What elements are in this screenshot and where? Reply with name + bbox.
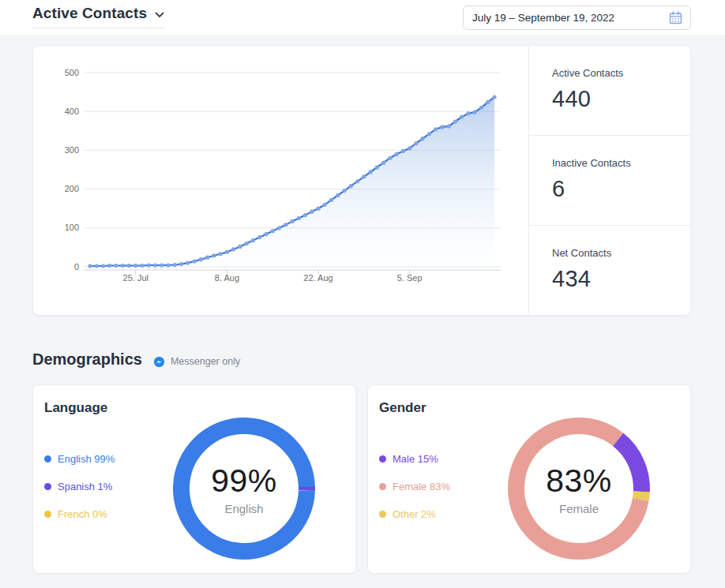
legend-item-other: Other 2% <box>379 508 450 519</box>
stat-value: 434 <box>552 266 682 292</box>
language-card-title: Language <box>44 400 107 416</box>
legend-label: English 99% <box>58 453 115 465</box>
stat-label: Net Contacts <box>552 247 682 259</box>
date-range-value: July 19 – September 19, 2022 <box>472 12 614 24</box>
stat-label: Inactive Contacts <box>552 157 682 169</box>
active-contacts-line-chart: 010020030040050025. Jul8. Aug22. Aug5. S… <box>33 46 528 316</box>
legend-dot <box>379 483 386 490</box>
legend-dot <box>44 511 51 518</box>
legend-dot <box>44 483 51 490</box>
x-axis-label: 5. Sep <box>397 273 423 283</box>
demographics-header: Demographics Messenger only <box>32 350 240 369</box>
demographics-title: Demographics <box>32 350 142 369</box>
legend-label: Spanish 1% <box>58 481 112 492</box>
legend-dot <box>379 455 386 463</box>
legend-label: Male 15% <box>393 453 438 465</box>
y-axis-label: 100 <box>65 223 79 232</box>
legend-item-french: French 0% <box>44 508 115 519</box>
page-title: Active Contacts <box>32 5 147 22</box>
calendar-icon[interactable] <box>668 10 683 25</box>
stat-value: 6 <box>552 176 682 202</box>
legend-label: Female 83% <box>393 481 450 492</box>
legend-dot <box>44 455 51 463</box>
legend-label: French 0% <box>58 508 107 520</box>
donut-segment-male <box>507 417 651 560</box>
demographics-cards: Language English 99% Spanish 1% French 0… <box>32 384 691 574</box>
messenger-icon <box>153 356 165 368</box>
stat-label: Active Contacts <box>552 67 682 79</box>
donut-segment-female <box>507 417 651 560</box>
stats-panel: Active Contacts 440 Inactive Contacts 6 … <box>528 46 690 315</box>
stat-active-contacts: Active Contacts 440 <box>529 46 690 135</box>
x-axis-label: 25. Jul <box>123 273 148 283</box>
gender-card: Gender Male 15% Female 83% Other 2% <box>367 384 691 574</box>
chevron-down-icon <box>155 12 164 18</box>
gender-donut-svg <box>507 417 651 560</box>
gender-legend: Male 15% Female 83% Other 2% <box>379 453 450 536</box>
language-donut-svg <box>172 417 316 560</box>
y-axis-label: 500 <box>65 68 79 77</box>
x-axis-label: 8. Aug <box>215 273 239 283</box>
dashboard: Active Contacts July 19 – September 19, … <box>0 0 725 588</box>
language-legend: English 99% Spanish 1% French 0% <box>44 453 115 536</box>
legend-item-female: Female 83% <box>379 481 450 492</box>
report-type-dropdown[interactable]: Active Contacts <box>32 5 164 28</box>
gender-card-title: Gender <box>379 400 426 416</box>
messenger-only-label: Messenger only <box>171 356 240 367</box>
messenger-only-note: Messenger only <box>153 356 240 368</box>
legend-item-english: English 99% <box>44 453 115 464</box>
active-contacts-card: 010020030040050025. Jul8. Aug22. Aug5. S… <box>32 45 691 316</box>
y-axis-label: 200 <box>65 184 79 193</box>
legend-item-spanish: Spanish 1% <box>44 481 115 492</box>
legend-label: Other 2% <box>393 508 436 520</box>
language-card: Language English 99% Spanish 1% French 0… <box>32 384 356 574</box>
x-axis-label: 22. Aug <box>303 273 332 283</box>
date-range-picker[interactable]: July 19 – September 19, 2022 <box>463 6 691 30</box>
gender-donut-chart: 83% Female <box>507 417 651 560</box>
y-axis-label: 300 <box>65 145 79 155</box>
donut-segment-english <box>179 424 309 553</box>
y-axis-label: 0 <box>74 262 79 272</box>
contacts-growth-chart: 010020030040050025. Jul8. Aug22. Aug5. S… <box>33 46 528 315</box>
stat-value: 440 <box>552 86 682 112</box>
y-axis-label: 400 <box>65 107 79 116</box>
stat-inactive-contacts: Inactive Contacts 6 <box>529 135 690 225</box>
legend-dot <box>379 511 386 518</box>
area-series <box>90 97 494 267</box>
stat-net-contacts: Net Contacts 434 <box>529 225 690 315</box>
language-donut-chart: 99% English <box>172 417 316 560</box>
legend-item-male: Male 15% <box>379 453 450 464</box>
